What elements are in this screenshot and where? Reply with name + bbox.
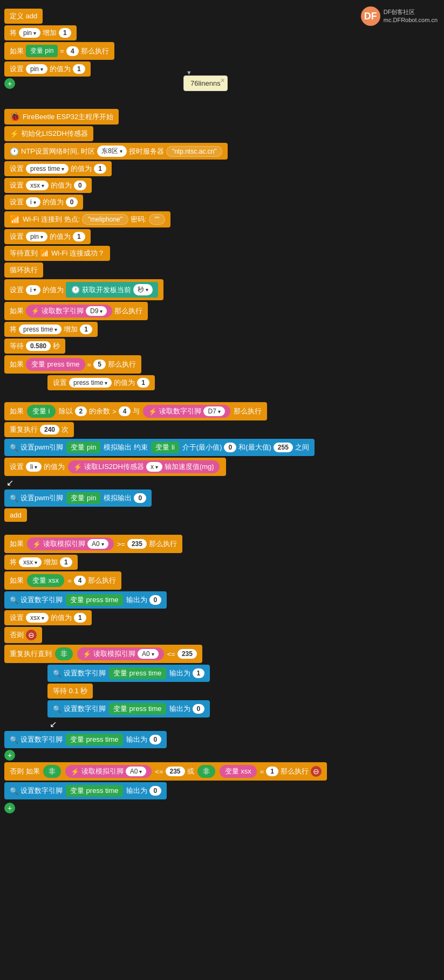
else-block[interactable]: 否则 ⊖ — [4, 627, 42, 643]
firebeetle-block[interactable]: 🐞 FireBeetle ESP32主程序开始 — [4, 109, 119, 125]
add-label-block[interactable]: add — [4, 508, 27, 522]
set-press-time-block[interactable]: 设置 press time 的值为 1 — [4, 161, 112, 176]
d7-dropdown[interactable]: D7 — [203, 406, 224, 416]
else-if-block[interactable]: 否则 如果 非 ⚡ 读取模拟引脚 A0 <= 235 或 非 变量 xsx = … — [4, 762, 327, 781]
inc-press-row: 将 press time 增加 1 — [4, 322, 440, 337]
xsx-dropdown3[interactable]: xsx — [26, 613, 49, 623]
if-press5-block[interactable]: 如果 变量 press time = 5 那么执行 — [4, 355, 141, 374]
if-i-mod-row: 如果 变量 i 除以 2 的余数 > 4 与 ⚡ 读取数字引脚 D7 那么执行 — [4, 402, 440, 420]
x-axis-dropdown[interactable]: x — [146, 462, 162, 472]
if-i-mod-block[interactable]: 如果 变量 i 除以 2 的余数 > 4 与 ⚡ 读取数字引脚 D7 那么执行 — [4, 402, 267, 420]
var-press4-block[interactable]: 变量 press time — [109, 703, 166, 715]
var-press3-block[interactable]: 变量 press time — [109, 667, 166, 679]
loop-exec-block[interactable]: 循环执行 — [4, 263, 43, 278]
a0b-dropdown[interactable]: A0 — [138, 649, 159, 659]
val-0g: 0 — [149, 735, 162, 744]
read-d9-block[interactable]: ⚡ 读取数字引脚 D9 — [26, 305, 112, 318]
press-time-dropdown2[interactable]: press time — [19, 325, 62, 334]
set-pin-block[interactable]: 设置 pin 的值为 1 — [4, 61, 91, 77]
define-add-block[interactable]: 定义 add — [4, 9, 43, 24]
sensor-icon-1: ⚡ — [10, 129, 19, 138]
set-digital4-block[interactable]: 🔍 设置数字引脚 变量 press time 输出为 0 — [4, 731, 167, 748]
ntp-row: 🕐 NTP设置网络时间, 时区 东8区 授时服务器 "ntp.ntsc.ac.c… — [4, 143, 440, 160]
ntp-block[interactable]: 🕐 NTP设置网络时间, 时区 东8区 授时服务器 "ntp.ntsc.ac.c… — [4, 143, 228, 160]
var-xsx2-block[interactable]: 变量 xsx — [220, 765, 257, 778]
var-pin2-block[interactable]: 变量 pin — [66, 492, 100, 504]
i-mod-block[interactable]: 变量 i — [27, 405, 56, 418]
val-1d: 1 — [73, 232, 85, 241]
set-digital1-block[interactable]: 🔍 设置数字引脚 变量 press time 输出为 0 — [4, 591, 167, 609]
increase-pin-block[interactable]: 将 pin 增加 1 — [4, 25, 77, 40]
pin-dropdown2[interactable]: pin — [26, 64, 47, 74]
read-lis-block[interactable]: ⚡ 读取LIS2DH传感器 x 轴加速度值(mg) — [68, 460, 219, 473]
timezone-dropdown[interactable]: 东8区 — [97, 146, 127, 157]
read-a0c-block[interactable]: ⚡ 读取模拟引脚 A0 — [65, 765, 152, 778]
get-time-block[interactable]: 🕐 获取开发板当前 秒 — [66, 282, 158, 298]
var-xsx-block[interactable]: 变量 xsx — [27, 574, 64, 587]
set-digital5-block[interactable]: 🔍 设置数字引脚 变量 press time 输出为 0 — [4, 782, 167, 799]
repeat-until-block[interactable]: 重复执行直到 非 ⚡ 读取模拟引脚 A0 <= 235 — [4, 645, 202, 663]
set-press-time-row: 设置 press time 的值为 1 — [4, 161, 440, 176]
set-digital3-block[interactable]: 🔍 设置数字引脚 变量 press time 输出为 0 — [47, 700, 210, 717]
pin-dropdown[interactable]: pin — [19, 28, 40, 38]
wifi-connect-block[interactable]: 📶 Wi-Fi 连接到 热点: "meliphone" 密码: "" — [4, 211, 170, 227]
firebeetle-row: 🐞 FireBeetle ESP32主程序开始 — [4, 109, 440, 125]
val-1: 1 — [59, 28, 71, 38]
if-d9-block[interactable]: 如果 ⚡ 读取数字引脚 D9 那么执行 — [4, 302, 148, 320]
a0-dropdown[interactable]: A0 — [87, 539, 108, 549]
var-pin-block[interactable]: 变量 pin — [66, 441, 100, 453]
else-minus-btn[interactable]: ⊖ — [26, 630, 37, 640]
xsx-dropdown[interactable]: xsx — [26, 181, 49, 190]
wifi-icon-1: 📶 — [10, 215, 21, 225]
var-press2-block[interactable]: 变量 press time — [66, 594, 123, 606]
i-dropdown[interactable]: i — [26, 197, 40, 207]
not3-block[interactable]: 非 — [197, 765, 215, 778]
set-i-block[interactable]: 设置 i 的值为 0 — [4, 195, 83, 210]
plus-btn-1[interactable]: + — [4, 78, 15, 89]
plus-btn-3[interactable]: + — [4, 803, 15, 813]
set-i-time-block[interactable]: 设置 i 的值为 🕐 获取开发板当前 秒 — [4, 279, 163, 300]
read-a0b-block[interactable]: ⚡ 读取模拟引脚 A0 — [77, 647, 164, 660]
var-press6-block[interactable]: 变量 press time — [66, 785, 123, 797]
set-xsx1-block[interactable]: 设置 xsx 的值为 1 — [4, 610, 92, 625]
inc-xsx-block[interactable]: 将 xsx 增加 1 — [4, 555, 78, 570]
a0c-dropdown[interactable]: A0 — [126, 767, 147, 776]
set-xsx-block[interactable]: 设置 xsx 的值为 0 — [4, 178, 92, 193]
popup-close-btn[interactable]: ✕ — [220, 77, 225, 84]
if-pin-block[interactable]: 如果 变量 pin = 4 那么执行 — [4, 42, 114, 60]
wait-01-block[interactable]: 等待 0.1 秒 — [47, 684, 93, 699]
set-pwm2-block[interactable]: 🔍 设置pwm引脚 变量 pin 模拟输出 0 — [4, 489, 152, 507]
unit-dropdown[interactable]: 秒 — [133, 284, 153, 295]
i-dropdown2[interactable]: i — [26, 285, 40, 295]
set-pin2-block[interactable]: 设置 pin 的值为 1 — [4, 229, 91, 244]
if-xsx4-block[interactable]: 如果 变量 xsx = 4 那么执行 — [4, 571, 121, 590]
press-time-dropdown3[interactable]: press time — [69, 378, 112, 388]
not2-block[interactable]: 非 — [43, 765, 61, 778]
pin2-dropdown[interactable]: pin — [26, 232, 47, 241]
set-pwm-block[interactable]: 🔍 设置pwm引脚 变量 pin 模拟输出 约束 变量 li 介于(最小值) 0… — [4, 439, 315, 456]
var-press-time-block[interactable]: 变量 press time — [26, 358, 85, 371]
repeat-240-block[interactable]: 重复执行 240 次 — [4, 422, 74, 437]
wait-wifi-block[interactable]: 等待直到 📶 Wi-Fi 连接成功？ — [4, 246, 110, 261]
plus-row-3: + — [4, 803, 440, 813]
if-a0-row: 如果 ⚡ 读取模拟引脚 A0 >= 235 那么执行 — [4, 535, 440, 553]
wait-580-block[interactable]: 等待 0.580 秒 — [4, 339, 65, 354]
set-press-1-block[interactable]: 设置 press time 的值为 1 — [47, 375, 155, 390]
not-block[interactable]: 非 — [55, 647, 73, 660]
inc-press-block[interactable]: 将 press time 增加 1 — [4, 322, 98, 337]
set-li-block[interactable]: 设置 li 的值为 ⚡ 读取LIS2DH传感器 x 轴加速度值(mg) — [4, 458, 226, 476]
xsx-dropdown2[interactable]: xsx — [19, 557, 42, 567]
li-dropdown[interactable]: li — [26, 462, 42, 472]
else-if-minus-btn[interactable]: ⊖ — [311, 766, 322, 777]
d9-dropdown[interactable]: D9 — [86, 306, 107, 316]
init-lis-block[interactable]: ⚡ 初始化LIS2DH传感器 — [4, 126, 93, 141]
press-time-dropdown[interactable]: press time — [26, 164, 69, 174]
set-digital2-block[interactable]: 🔍 设置数字引脚 变量 press time 输出为 1 — [47, 665, 210, 682]
var-pin-val[interactable]: 变量 pin — [26, 45, 58, 57]
read-d7-block[interactable]: ⚡ 读取数字引脚 D7 — [143, 405, 230, 418]
read-a0-block[interactable]: ⚡ 读取模拟引脚 A0 — [27, 537, 114, 550]
if-a0-block[interactable]: 如果 ⚡ 读取模拟引脚 A0 >= 235 那么执行 — [4, 535, 182, 553]
var-li-block[interactable]: 变量 li — [151, 441, 179, 453]
plus-btn-2[interactable]: + — [4, 750, 15, 761]
var-press5-block[interactable]: 变量 press time — [66, 734, 123, 746]
